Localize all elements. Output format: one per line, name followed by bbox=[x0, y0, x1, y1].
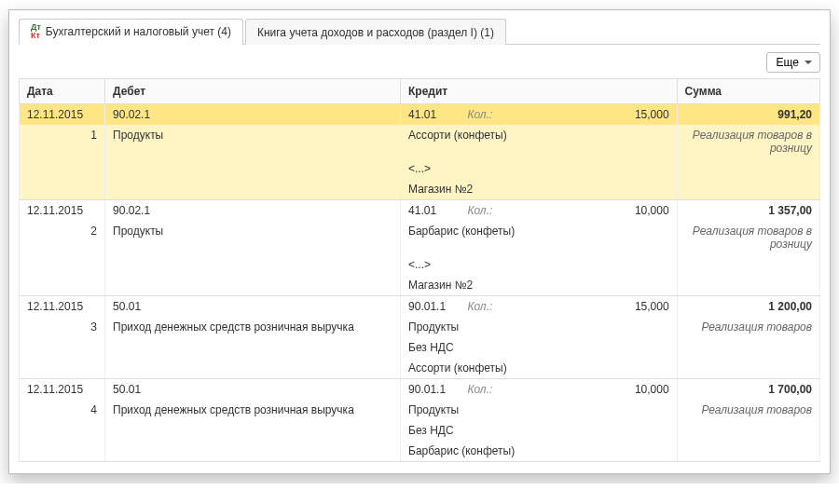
cell-credit-sub3: Барбарис (конфеты) bbox=[401, 441, 678, 462]
table-header-row: Дата Дебет Кредит Сумма bbox=[20, 79, 820, 104]
table-row[interactable]: <...> bbox=[20, 158, 820, 179]
debit-credit-icon: ДтКт bbox=[31, 23, 41, 40]
cell-note: Реализация товаров bbox=[677, 400, 819, 420]
cell-credit-sub2: Без НДС bbox=[401, 420, 678, 441]
table-row[interactable]: Барбарис (конфеты) bbox=[20, 441, 820, 462]
table-row[interactable]: Магазин №2 bbox=[20, 179, 820, 200]
table-row[interactable]: 3Приход денежных средств розничная выруч… bbox=[20, 317, 820, 337]
col-date[interactable]: Дата bbox=[20, 79, 105, 104]
cell-sum: 1 357,00 bbox=[677, 200, 819, 222]
cell-credit-acc: 41.01 Кол.: 15,000 bbox=[401, 104, 678, 126]
cell-credit-sub3: Магазин №2 bbox=[401, 179, 678, 200]
cell-row-number: 2 bbox=[20, 221, 105, 254]
cell-row-number: 1 bbox=[20, 125, 105, 158]
cell-debet-acc: 90.02.1 bbox=[105, 104, 401, 126]
cell-credit-acc: 41.01 Кол.: 10,000 bbox=[401, 200, 678, 222]
more-button[interactable]: Еще bbox=[766, 52, 820, 73]
more-button-label: Еще bbox=[777, 56, 799, 69]
register-table: Дата Дебет Кредит Сумма 12.11.201590.02.… bbox=[19, 78, 820, 462]
table-row[interactable]: 12.11.201590.02.141.01 Кол.: 15,000991,2… bbox=[20, 104, 820, 126]
cell-credit-acc: 90.01.1 Кол.: 15,000 bbox=[401, 296, 678, 318]
cell-credit-sub2: <...> bbox=[401, 254, 678, 275]
tab-accounting[interactable]: ДтКт Бухгалтерский и налоговый учет (4) bbox=[19, 19, 243, 45]
cell-note: Реализация товаров в розницу bbox=[677, 125, 819, 158]
qty-label: Кол.: bbox=[467, 383, 492, 396]
table-row[interactable]: Магазин №2 bbox=[20, 275, 820, 296]
cell-debet-acc: 90.02.1 bbox=[105, 200, 401, 222]
cell-row-number: 4 bbox=[20, 400, 105, 420]
cell-credit-sub1: Барбарис (конфеты) bbox=[401, 221, 678, 254]
table-row[interactable]: <...> bbox=[20, 254, 820, 275]
cell-sum: 1 200,00 bbox=[677, 296, 819, 318]
cell-credit-sub1: Продукты bbox=[401, 317, 678, 337]
cell-date: 12.11.2015 bbox=[20, 296, 105, 318]
table-row[interactable]: Без НДС bbox=[20, 420, 820, 441]
cell-credit-sub2: Без НДС bbox=[401, 337, 678, 358]
qty-label: Кол.: bbox=[467, 300, 492, 313]
cell-credit-sub3: Магазин №2 bbox=[401, 275, 678, 296]
table-row[interactable]: Ассорти (конфеты) bbox=[20, 358, 820, 379]
tab-income-book[interactable]: Книга учета доходов и расходов (раздел I… bbox=[245, 19, 506, 45]
tab-income-book-label: Книга учета доходов и расходов (раздел I… bbox=[257, 26, 494, 39]
cell-row-number: 3 bbox=[20, 317, 105, 337]
cell-credit-sub1: Продукты bbox=[401, 400, 678, 420]
cell-note: Реализация товаров bbox=[677, 317, 819, 337]
cell-sum: 991,20 bbox=[677, 104, 819, 126]
cell-credit-sub3: Ассорти (конфеты) bbox=[401, 358, 678, 379]
cell-debet-sub: Приход денежных средств розничная выручк… bbox=[105, 317, 401, 337]
qty-label: Кол.: bbox=[467, 204, 492, 217]
table-row[interactable]: Без НДС bbox=[20, 337, 820, 358]
table-row[interactable]: 12.11.201550.0190.01.1 Кол.: 10,0001 700… bbox=[20, 379, 820, 401]
tab-accounting-label: Бухгалтерский и налоговый учет (4) bbox=[46, 25, 231, 38]
cell-debet-acc: 50.01 bbox=[105, 296, 401, 318]
cell-credit-sub2: <...> bbox=[401, 158, 678, 179]
cell-credit-sub1: Ассорти (конфеты) bbox=[401, 125, 678, 158]
cell-debet-acc: 50.01 bbox=[105, 379, 401, 401]
table-row[interactable]: 12.11.201550.0190.01.1 Кол.: 15,0001 200… bbox=[20, 296, 820, 318]
col-credit[interactable]: Кредит bbox=[401, 79, 678, 104]
table-row[interactable]: 2ПродуктыБарбарис (конфеты)Реализация то… bbox=[20, 221, 820, 254]
cell-debet-sub: Продукты bbox=[105, 125, 401, 158]
cell-debet-sub: Продукты bbox=[105, 221, 401, 254]
tabs-bar: ДтКт Бухгалтерский и налоговый учет (4) … bbox=[19, 18, 820, 45]
col-sum[interactable]: Сумма bbox=[677, 79, 819, 104]
table-row[interactable]: 12.11.201590.02.141.01 Кол.: 10,0001 357… bbox=[20, 200, 820, 222]
cell-date: 12.11.2015 bbox=[20, 200, 105, 222]
cell-date: 12.11.2015 bbox=[20, 104, 105, 126]
table-row[interactable]: 1ПродуктыАссорти (конфеты)Реализация тов… bbox=[20, 125, 820, 158]
col-debet[interactable]: Дебет bbox=[105, 79, 401, 104]
cell-credit-acc: 90.01.1 Кол.: 10,000 bbox=[401, 379, 678, 401]
toolbar: Еще bbox=[19, 45, 820, 78]
cell-note: Реализация товаров в розницу bbox=[677, 221, 819, 254]
qty-label: Кол.: bbox=[467, 108, 492, 121]
cell-date: 12.11.2015 bbox=[20, 379, 105, 401]
cell-sum: 1 700,00 bbox=[677, 379, 819, 401]
table-row[interactable]: 4Приход денежных средств розничная выруч… bbox=[20, 400, 820, 420]
cell-debet-sub: Приход денежных средств розничная выручк… bbox=[105, 400, 401, 420]
